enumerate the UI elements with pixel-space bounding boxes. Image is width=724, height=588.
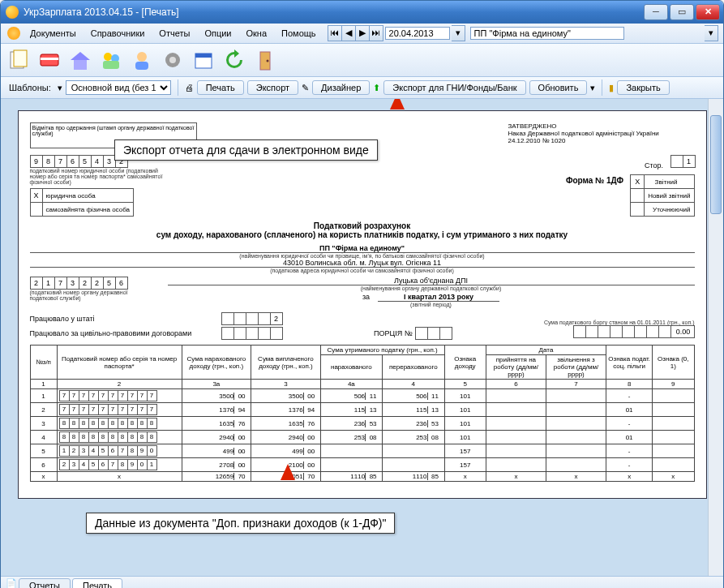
- utoch-label: Уточнюючий: [645, 203, 694, 217]
- tool-people-icon[interactable]: [98, 47, 124, 73]
- svg-rect-8: [103, 61, 119, 69]
- maximize-button[interactable]: ▭: [670, 4, 694, 20]
- address-caption: (податкова адреса юридичної особи чи сам…: [30, 268, 695, 273]
- nav-first-icon[interactable]: ⏮: [328, 25, 342, 41]
- authority-name: Луцька об'єднана ДПІ: [168, 277, 695, 285]
- legal-mark: Х: [30, 189, 42, 203]
- novyi-label: Новий звітний: [645, 189, 694, 203]
- firm-dropdown[interactable]: ▾: [705, 25, 718, 41]
- menu-directories[interactable]: Справочники: [84, 27, 152, 40]
- tab-reports-icon: 📄: [6, 578, 17, 588]
- tax-id-cells: 98765432: [30, 155, 127, 168]
- close-icon: ▮: [609, 83, 614, 93]
- firm-field[interactable]: [470, 27, 624, 40]
- menu-app-icon: [7, 27, 20, 40]
- tool-calendar-icon[interactable]: [191, 47, 216, 73]
- address-line: 43010 Волинська обл. м. Луцьк вул. Огієн…: [30, 259, 695, 268]
- callout-data: Данные из документа "Доп. признаки доход…: [86, 513, 395, 534]
- tool-refresh-icon[interactable]: [221, 47, 247, 73]
- period-label: за: [362, 293, 370, 301]
- arrow-to-export: [390, 99, 405, 109]
- authority-code-caption: (податковий номер органу державної подат…: [30, 290, 144, 301]
- period-caption: (звітний період): [168, 302, 695, 307]
- svg-marker-4: [71, 52, 90, 60]
- period-value: I квартал 2013 року: [378, 293, 499, 302]
- designer-button[interactable]: Дизайнер: [312, 80, 370, 95]
- authority-code: 21732256: [30, 277, 127, 290]
- tool-gear-icon[interactable]: [160, 47, 186, 73]
- app-icon: [6, 6, 19, 19]
- close-button[interactable]: Закрыть: [617, 80, 669, 95]
- tool-person-icon[interactable]: [129, 47, 155, 73]
- table-row: 388888888881635761635762365323653101-: [30, 417, 694, 431]
- refresh-button[interactable]: Обновить: [529, 80, 588, 95]
- minimize-button[interactable]: ─: [644, 4, 668, 20]
- scrollbar-vertical[interactable]: [708, 99, 723, 576]
- firm-name: ПП "Фірма на единому": [30, 244, 695, 253]
- legal-label: юридична особа: [42, 189, 133, 203]
- nav-prev-icon[interactable]: ◀: [342, 25, 356, 41]
- table-row: 62345678901270800210000157-: [30, 458, 694, 472]
- table-row: 512345678904990049900157-: [30, 444, 694, 458]
- utoch-mark: [631, 203, 645, 217]
- templates-label: Шаблоны:: [6, 81, 54, 94]
- export-button[interactable]: Экспорт: [247, 80, 298, 95]
- report-table: №з/п Податковий номер або серія та номер…: [30, 345, 695, 482]
- menu-windows[interactable]: Окна: [239, 27, 273, 40]
- svg-rect-10: [135, 62, 148, 70]
- tool-docs-icon[interactable]: [6, 47, 32, 73]
- staff-value: 2: [270, 312, 283, 325]
- authority-caption: (найменування органу державної податково…: [168, 285, 695, 291]
- table-row: 177777777773500003500005061150611101-: [30, 389, 694, 403]
- menu-help[interactable]: Помощь: [275, 27, 323, 40]
- form-number: Форма № 1ДФ: [566, 176, 623, 185]
- svg-point-6: [104, 53, 112, 61]
- tool-card-icon[interactable]: [36, 47, 62, 73]
- tool-door-icon[interactable]: [252, 47, 278, 73]
- portion-label: ПОРЦІЯ №: [374, 329, 412, 337]
- debt-label: Сума податкового боргу станом на 01.01.2…: [544, 320, 695, 325]
- approved-block: ЗАТВЕРДЖЕНО Наказ Державної податкової а…: [508, 122, 695, 148]
- self-label: самозайнята фізична особа: [42, 203, 133, 217]
- window-close-button[interactable]: ✕: [696, 4, 720, 20]
- export-tax-button[interactable]: Экспорт для ГНИ/Фонды/Банк: [383, 80, 525, 95]
- tax-id-caption: податковий номер юридичної особи (податк…: [30, 168, 168, 185]
- report-title: Податковий розрахунок сум доходу, нарахо…: [30, 221, 695, 239]
- tool-house-icon[interactable]: [67, 47, 93, 73]
- page-label: Стор.: [645, 161, 663, 170]
- nav-last-icon[interactable]: ⏭: [370, 25, 383, 41]
- staff-label: Працювало у штаті: [30, 315, 216, 323]
- table-row: 48888888888294000294000253082530810101: [30, 431, 694, 444]
- titlebar: УкрЗарплата 2013.04.15 - [Печать] ─ ▭ ✕: [1, 1, 723, 24]
- templates-dropdown-arrow[interactable]: ▾: [58, 83, 62, 93]
- nav-next-icon[interactable]: ▶: [356, 25, 370, 41]
- svg-rect-14: [195, 54, 212, 58]
- page-value: 1: [683, 155, 696, 168]
- print-button[interactable]: Печать: [197, 80, 244, 95]
- export-tax-icon: ⬆: [373, 83, 380, 93]
- self-mark: [30, 203, 42, 217]
- date-field[interactable]: [385, 27, 450, 40]
- tab-print[interactable]: Печать: [72, 578, 122, 588]
- refresh-dropdown[interactable]: ▾: [590, 83, 595, 93]
- svg-point-9: [137, 52, 147, 62]
- template-select[interactable]: Основной вид (без 133): [66, 80, 171, 95]
- svg-point-12: [169, 57, 176, 63]
- arrow-to-data: [281, 464, 295, 480]
- civil-label: Працювало за цивільно-правовими договора…: [30, 329, 216, 337]
- action-toolbar: Шаблоны: ▾ Основной вид (без 133) 🖨 Печа…: [1, 77, 723, 99]
- main-toolbar: [1, 44, 723, 77]
- date-dropdown[interactable]: ▾: [452, 25, 465, 41]
- svg-rect-5: [74, 60, 87, 70]
- menu-reports[interactable]: Отчеты: [152, 27, 196, 40]
- document-viewport: Відмітка про одержання (штамп органу дер…: [1, 99, 723, 576]
- print-icon: 🖨: [185, 83, 194, 92]
- novyi-mark: [631, 189, 645, 203]
- menu-options[interactable]: Опции: [198, 27, 238, 40]
- firm-caption: (найменування юридичної особи чи прізвищ…: [30, 253, 695, 259]
- table-row: 27777777777137694137694115131151310101: [30, 403, 694, 417]
- table-totals: хх12659701205170111085111085ххххх: [30, 472, 694, 482]
- svg-point-16: [267, 60, 269, 62]
- tab-reports[interactable]: Отчеты: [19, 578, 71, 588]
- menu-documents[interactable]: Документы: [24, 27, 83, 40]
